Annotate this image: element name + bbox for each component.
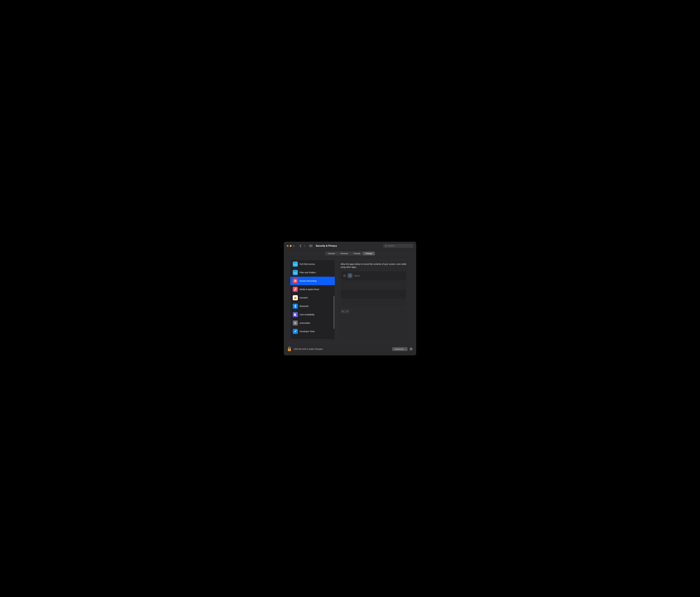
sidebar-scrollbar[interactable]	[333, 296, 334, 329]
hammer-icon	[293, 329, 298, 334]
sidebar-item-label: Screen Recording	[300, 280, 317, 282]
svg-line-10	[296, 323, 296, 324]
app-row-empty	[341, 299, 406, 308]
folder-icon	[293, 262, 298, 267]
add-remove-buttons	[341, 310, 350, 313]
app-list: S Spyrix	[341, 271, 406, 308]
sidebar-item-media-apple-music[interactable]: Media & Apple Music	[290, 285, 335, 293]
advanced-button[interactable]: Advanced…	[392, 347, 407, 351]
minus-icon	[346, 311, 348, 312]
titlebar: Security & Privacy	[284, 242, 416, 250]
sidebar-item-files-and-folders[interactable]: Files and Folders	[290, 268, 335, 277]
app-row-empty	[341, 280, 406, 290]
forward-button	[304, 244, 305, 247]
app-row-empty	[341, 290, 406, 299]
tab-filevault[interactable]: FileVault	[338, 252, 351, 255]
svg-line-11	[294, 323, 295, 324]
help-button[interactable]: ?	[409, 347, 413, 351]
window-title: Security & Privacy	[316, 244, 337, 247]
add-app-button	[341, 310, 345, 313]
sidebar-item-label: HomeKit	[300, 296, 308, 299]
sidebar-item-label: Files and Folders	[300, 271, 316, 274]
sidebar-item-label: Bluetooth	[300, 305, 308, 307]
record-icon	[293, 278, 298, 283]
detail-pane: Allow the apps below to record the conte…	[337, 260, 410, 339]
minimize-window-button[interactable]	[290, 245, 292, 247]
svg-rect-18	[288, 348, 291, 351]
gear-icon	[293, 320, 298, 326]
search-icon	[385, 245, 387, 247]
svg-line-1	[386, 246, 387, 247]
music-icon	[293, 287, 298, 292]
sidebar-item-label: User Availability	[300, 313, 315, 316]
folder-icon	[293, 270, 298, 275]
tab-privacy[interactable]: Privacy	[363, 252, 375, 255]
home-icon	[293, 295, 298, 300]
app-label: Spyrix	[354, 275, 360, 277]
tab-bar: General FileVault Firewall Privacy	[325, 252, 375, 256]
back-button[interactable]	[300, 244, 301, 247]
show-all-prefs-button[interactable]	[309, 245, 312, 247]
lock-text: Click the lock to make changes.	[294, 348, 323, 350]
sidebar-item-full-disk-access[interactable]: Full Disk Access	[290, 260, 335, 268]
app-row-spyrix[interactable]: S Spyrix	[341, 271, 406, 280]
bluetooth-icon	[293, 304, 298, 309]
sidebar-item-label: Automation	[300, 322, 310, 324]
sidebar-item-homekit[interactable]: HomeKit	[290, 293, 335, 302]
tab-firewall[interactable]: Firewall	[351, 252, 363, 255]
svg-point-4	[295, 322, 296, 323]
content-frame: Full Disk Access Files and Folders Scree…	[287, 254, 413, 343]
moon-icon	[293, 312, 298, 317]
close-window-button[interactable]	[287, 245, 289, 247]
sidebar-item-developer-tools[interactable]: Developer Tools	[290, 327, 335, 336]
zoom-window-button	[293, 245, 295, 247]
sidebar-item-label: Media & Apple Music	[300, 288, 319, 290]
sidebar-item-bluetooth[interactable]: Bluetooth	[290, 302, 335, 310]
sidebar-item-user-availability[interactable]: User Availability	[290, 310, 335, 319]
preferences-window: Security & Privacy General FileVault Fir…	[284, 242, 416, 355]
tab-general[interactable]: General	[325, 252, 338, 255]
detail-description: Allow the apps below to record the conte…	[341, 263, 406, 269]
sidebar-item-label: Developer Tools	[300, 330, 315, 333]
lock-icon	[287, 346, 292, 352]
spyrix-app-icon: S	[348, 273, 352, 278]
svg-line-12	[296, 322, 296, 322]
privacy-category-list: Full Disk Access Files and Folders Scree…	[290, 260, 335, 339]
svg-rect-13	[296, 330, 297, 331]
sidebar-item-automation[interactable]: Automation	[290, 319, 335, 327]
traffic-lights	[287, 245, 295, 247]
footer: Click the lock to make changes. Advanced…	[284, 345, 416, 355]
svg-point-3	[295, 280, 296, 282]
sidebar-item-screen-recording[interactable]: Screen Recording	[290, 277, 335, 285]
nav-arrows	[300, 244, 305, 247]
app-checkbox	[343, 275, 346, 277]
svg-text:S: S	[349, 275, 351, 277]
sidebar-item-label: Full Disk Access	[300, 263, 315, 265]
search-input[interactable]	[388, 245, 411, 247]
remove-app-button	[345, 310, 350, 313]
svg-line-9	[294, 322, 295, 322]
plus-icon	[342, 311, 344, 312]
search-field[interactable]	[383, 244, 413, 248]
lock-button[interactable]	[287, 346, 292, 352]
